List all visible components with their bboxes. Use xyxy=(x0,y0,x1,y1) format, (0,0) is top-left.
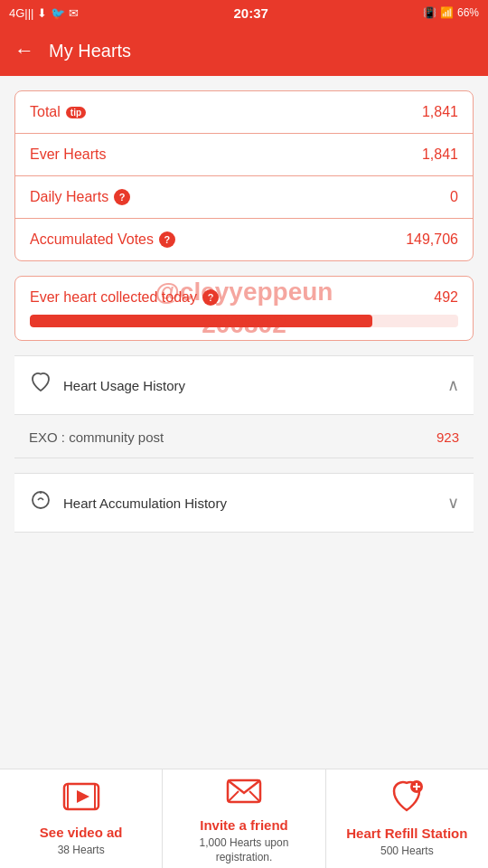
progress-bar-bg xyxy=(30,315,458,327)
twitter-icon: 🐦 xyxy=(51,6,65,20)
bottom-bar: See video ad 38 Hearts Invite a friend 1… xyxy=(0,769,488,868)
section-gap xyxy=(14,458,474,473)
status-time: 20:37 xyxy=(234,5,268,21)
video-ad-icon xyxy=(62,780,100,821)
mail-icon: ✉ xyxy=(69,6,79,20)
stat-label-ever-hearts: Ever Hearts xyxy=(30,146,106,163)
heart-refill-sub: 500 Hearts xyxy=(380,844,434,859)
heart-accumulation-label: Heart Accumulation History xyxy=(63,495,227,511)
exo-community-label: EXO : community post xyxy=(29,429,164,445)
collected-label: Ever heart collected today ? xyxy=(30,289,219,306)
status-signal: 4G||| ⬇ 🐦 ✉ xyxy=(9,6,79,20)
stat-value-accumulated-votes: 149,706 xyxy=(406,231,458,248)
signal-text: 4G||| xyxy=(9,6,33,20)
collected-value: 492 xyxy=(434,289,458,306)
see-video-ad-label: See video ad xyxy=(40,825,123,840)
stat-label-total: Total tip xyxy=(30,104,86,120)
accumulated-help-icon: ? xyxy=(159,231,175,248)
heart-accumulation-chevron-down: ∨ xyxy=(447,493,459,513)
stat-row-total: Total tip 1,841 xyxy=(15,91,473,134)
stat-row-daily-hearts: Daily Hearts ? 0 xyxy=(15,176,473,219)
heart-usage-icon xyxy=(29,371,52,400)
stat-row-ever-hearts: Ever Hearts 1,841 xyxy=(15,134,473,176)
stat-row-accumulated-votes: Accumulated Votes ? 149,706 xyxy=(15,219,473,260)
stat-value-total: 1,841 xyxy=(422,104,458,120)
main-content: Total tip 1,841 Ever Hearts 1,841 Daily … xyxy=(0,76,488,643)
back-button[interactable]: ← xyxy=(14,39,34,62)
see-video-ad-sub: 38 Hearts xyxy=(58,844,105,858)
svg-line-7 xyxy=(228,791,239,802)
heart-refill-label: Heart Refill Station xyxy=(346,826,467,841)
stat-label-daily-hearts: Daily Hearts ? xyxy=(30,189,130,205)
svg-point-0 xyxy=(33,492,49,508)
heart-accumulation-left: Heart Accumulation History xyxy=(29,488,227,517)
heart-usage-section[interactable]: Heart Usage History ∧ xyxy=(14,355,474,415)
stats-card: Total tip 1,841 Ever Hearts 1,841 Daily … xyxy=(14,90,474,261)
heart-usage-label: Heart Usage History xyxy=(63,378,185,393)
heart-refill-button[interactable]: Heart Refill Station 500 Hearts xyxy=(326,769,488,868)
heart-accumulation-section[interactable]: Heart Accumulation History ∨ xyxy=(14,473,474,533)
invite-friend-button[interactable]: Invite a friend 1,000 Hearts upon regist… xyxy=(163,769,325,868)
svg-marker-3 xyxy=(77,790,89,803)
heart-refill-icon xyxy=(388,779,426,822)
svg-line-8 xyxy=(249,791,260,802)
stat-label-accumulated-votes: Accumulated Votes ? xyxy=(30,231,175,248)
wifi-icon: 📶 xyxy=(440,6,454,19)
exo-community-row: EXO : community post 923 xyxy=(14,417,474,458)
tip-badge: tip xyxy=(66,107,86,118)
invite-friend-icon xyxy=(226,773,262,814)
page-title: My Hearts xyxy=(49,41,131,61)
status-battery: 📳 📶 66% xyxy=(423,6,479,19)
stat-value-ever-hearts: 1,841 xyxy=(422,146,458,163)
app-header: ← My Hearts xyxy=(0,25,488,76)
invite-friend-label: Invite a friend xyxy=(200,817,288,833)
progress-bar-fill xyxy=(30,315,372,327)
heart-usage-left: Heart Usage History xyxy=(29,371,185,400)
status-bar: 4G||| ⬇ 🐦 ✉ 20:37 📳 📶 66% xyxy=(0,0,488,25)
heart-accumulation-icon xyxy=(29,488,52,517)
collected-top: Ever heart collected today ? 492 xyxy=(30,289,458,306)
collected-card: Ever heart collected today ? 492 @cleyye… xyxy=(14,276,474,341)
exo-community-value: 923 xyxy=(436,429,459,445)
daily-help-icon: ? xyxy=(114,189,130,205)
collected-help-icon: ? xyxy=(202,289,219,306)
watermark: @cleyyeppeun 200802 xyxy=(155,276,333,342)
battery-text: 66% xyxy=(457,6,479,19)
vibrate-icon: 📳 xyxy=(423,6,436,19)
invite-friend-sub: 1,000 Hearts upon registration. xyxy=(170,836,317,864)
stat-value-daily-hearts: 0 xyxy=(450,189,458,205)
heart-usage-chevron-up: ∧ xyxy=(447,375,459,395)
see-video-ad-button[interactable]: See video ad 38 Hearts xyxy=(0,769,163,868)
download-icon: ⬇ xyxy=(37,6,47,20)
